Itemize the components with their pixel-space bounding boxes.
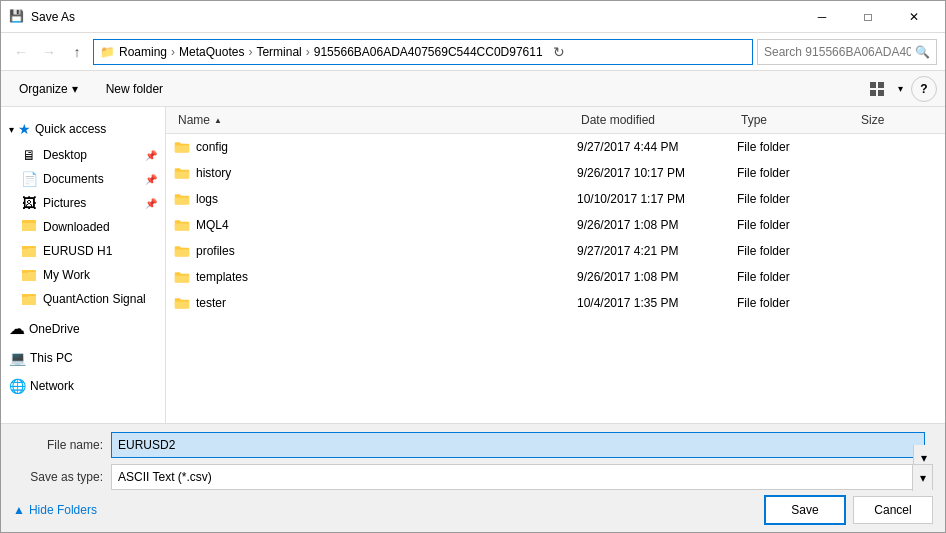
file-type: File folder bbox=[737, 296, 857, 310]
thispc-label: This PC bbox=[30, 351, 73, 365]
crumb-sep-2: › bbox=[248, 45, 252, 59]
crumb-terminal[interactable]: Terminal bbox=[256, 45, 301, 59]
col-name[interactable]: Name ▲ bbox=[174, 111, 577, 129]
file-type: File folder bbox=[737, 218, 857, 232]
svg-rect-19 bbox=[175, 249, 189, 256]
sidebar-item-pictures[interactable]: 🖼 Pictures 📌 bbox=[1, 191, 165, 215]
file-type: File folder bbox=[737, 166, 857, 180]
view-options-button[interactable] bbox=[864, 76, 890, 102]
quick-access-label: Quick access bbox=[35, 122, 106, 136]
svg-rect-21 bbox=[175, 301, 189, 308]
up-button[interactable]: ↑ bbox=[65, 40, 89, 64]
search-input[interactable] bbox=[764, 45, 911, 59]
sidebar-item-pictures-label: Pictures bbox=[43, 196, 86, 210]
forward-button[interactable]: → bbox=[37, 40, 61, 64]
onedrive-icon: ☁ bbox=[9, 319, 25, 338]
file-name-cell: config bbox=[174, 139, 577, 155]
svg-rect-5 bbox=[22, 223, 36, 231]
crumb-guid[interactable]: 915566BA06ADA407569C544CC0D97611 bbox=[314, 45, 543, 59]
svg-rect-11 bbox=[22, 270, 28, 273]
organize-label: Organize bbox=[19, 82, 68, 96]
chevron-up-icon: ▲ bbox=[13, 503, 25, 517]
file-date: 10/10/2017 1:17 PM bbox=[577, 192, 737, 206]
documents-icon: 📄 bbox=[21, 171, 37, 187]
address-bar[interactable]: 📁 Roaming › MetaQuotes › Terminal › 9155… bbox=[93, 39, 753, 65]
savetype-row: Save as type: ASCII Text (*.csv) ▾ bbox=[13, 464, 933, 490]
hide-folders-toggle[interactable]: ▲ Hide Folders bbox=[13, 503, 757, 517]
file-list: config 9/27/2017 4:44 PM File folder his… bbox=[166, 134, 945, 316]
help-button[interactable]: ? bbox=[911, 76, 937, 102]
crumb-roaming[interactable]: Roaming bbox=[119, 45, 167, 59]
file-type: File folder bbox=[737, 270, 857, 284]
new-folder-button[interactable]: New folder bbox=[96, 76, 173, 102]
file-type: File folder bbox=[737, 140, 857, 154]
sidebar-item-desktop-label: Desktop bbox=[43, 148, 87, 162]
save-as-dialog: 💾 Save As ─ □ ✕ ← → ↑ 📁 Roaming › MetaQu… bbox=[0, 0, 946, 533]
table-row[interactable]: history 9/26/2017 10:17 PM File folder bbox=[166, 160, 945, 186]
sidebar-item-documents[interactable]: 📄 Documents 📌 bbox=[1, 167, 165, 191]
quick-access-header[interactable]: ▾ ★ Quick access bbox=[1, 115, 165, 143]
network-header[interactable]: 🌐 Network bbox=[1, 374, 165, 398]
view-icon bbox=[869, 81, 885, 97]
hide-folders-label: Hide Folders bbox=[29, 503, 97, 517]
dialog-icon: 💾 bbox=[9, 9, 25, 25]
save-button[interactable]: Save bbox=[765, 496, 845, 524]
sidebar-item-desktop[interactable]: 🖥 Desktop 📌 bbox=[1, 143, 165, 167]
table-row[interactable]: config 9/27/2017 4:44 PM File folder bbox=[166, 134, 945, 160]
onedrive-header[interactable]: ☁ OneDrive bbox=[1, 315, 165, 342]
filename-input[interactable] bbox=[111, 432, 925, 458]
sidebar: ▾ ★ Quick access 🖥 Desktop 📌 📄 Documents… bbox=[1, 107, 166, 423]
folder-icon bbox=[174, 295, 190, 311]
filename-row: File name: ▾ bbox=[13, 432, 933, 458]
svg-rect-13 bbox=[22, 296, 36, 305]
minimize-button[interactable]: ─ bbox=[799, 1, 845, 33]
sidebar-item-mywork[interactable]: My Work bbox=[1, 263, 165, 287]
col-size[interactable]: Size bbox=[857, 111, 937, 129]
crumb-metaquotes[interactable]: MetaQuotes bbox=[179, 45, 244, 59]
back-button[interactable]: ← bbox=[9, 40, 33, 64]
documents-pin-icon: 📌 bbox=[145, 174, 157, 185]
sidebar-item-downloaded[interactable]: Downloaded bbox=[1, 215, 165, 239]
downloaded-icon bbox=[21, 219, 37, 235]
column-headers: Name ▲ Date modified Type Size bbox=[166, 107, 945, 134]
col-type[interactable]: Type bbox=[737, 111, 857, 129]
savetype-dropdown-icon[interactable]: ▾ bbox=[912, 465, 932, 491]
thispc-header[interactable]: 💻 This PC bbox=[1, 346, 165, 370]
view-dropdown-arrow[interactable]: ▾ bbox=[898, 83, 903, 94]
svg-rect-16 bbox=[175, 171, 189, 178]
organize-button[interactable]: Organize ▾ bbox=[9, 76, 88, 102]
file-type: File folder bbox=[737, 192, 857, 206]
thispc-icon: 💻 bbox=[9, 350, 26, 366]
table-row[interactable]: templates 9/26/2017 1:08 PM File folder bbox=[166, 264, 945, 290]
maximize-button[interactable]: □ bbox=[845, 1, 891, 33]
table-row[interactable]: tester 10/4/2017 1:35 PM File folder bbox=[166, 290, 945, 316]
search-box[interactable]: 🔍 bbox=[757, 39, 937, 65]
table-row[interactable]: logs 10/10/2017 1:17 PM File folder bbox=[166, 186, 945, 212]
savetype-select[interactable]: ASCII Text (*.csv) ▾ bbox=[111, 464, 933, 490]
search-icon: 🔍 bbox=[915, 45, 930, 59]
sort-up-icon: ▲ bbox=[214, 116, 222, 125]
refresh-button[interactable]: ↻ bbox=[547, 40, 571, 64]
quick-access-chevron-icon: ▾ bbox=[9, 124, 14, 135]
cancel-button[interactable]: Cancel bbox=[853, 496, 933, 524]
file-name-cell: history bbox=[174, 165, 577, 181]
file-name-cell: templates bbox=[174, 269, 577, 285]
network-section: 🌐 Network bbox=[1, 374, 165, 398]
sidebar-item-eurusd[interactable]: EURUSD H1 bbox=[1, 239, 165, 263]
close-button[interactable]: ✕ bbox=[891, 1, 937, 33]
file-name: config bbox=[196, 140, 228, 154]
svg-rect-8 bbox=[22, 246, 28, 249]
savetype-label: Save as type: bbox=[13, 470, 103, 484]
table-row[interactable]: MQL4 9/26/2017 1:08 PM File folder bbox=[166, 212, 945, 238]
navigation-toolbar: ← → ↑ 📁 Roaming › MetaQuotes › Terminal … bbox=[1, 33, 945, 71]
svg-rect-2 bbox=[870, 90, 876, 96]
table-row[interactable]: profiles 9/27/2017 4:21 PM File folder bbox=[166, 238, 945, 264]
file-date: 9/27/2017 4:21 PM bbox=[577, 244, 737, 258]
file-content-area: Name ▲ Date modified Type Size bbox=[166, 107, 945, 423]
file-name: history bbox=[196, 166, 231, 180]
sidebar-item-quantaction[interactable]: QuantAction Signal bbox=[1, 287, 165, 311]
sidebar-item-quantaction-label: QuantAction Signal bbox=[43, 292, 146, 306]
title-bar: 💾 Save As ─ □ ✕ bbox=[1, 1, 945, 33]
col-date[interactable]: Date modified bbox=[577, 111, 737, 129]
svg-rect-14 bbox=[22, 294, 28, 297]
